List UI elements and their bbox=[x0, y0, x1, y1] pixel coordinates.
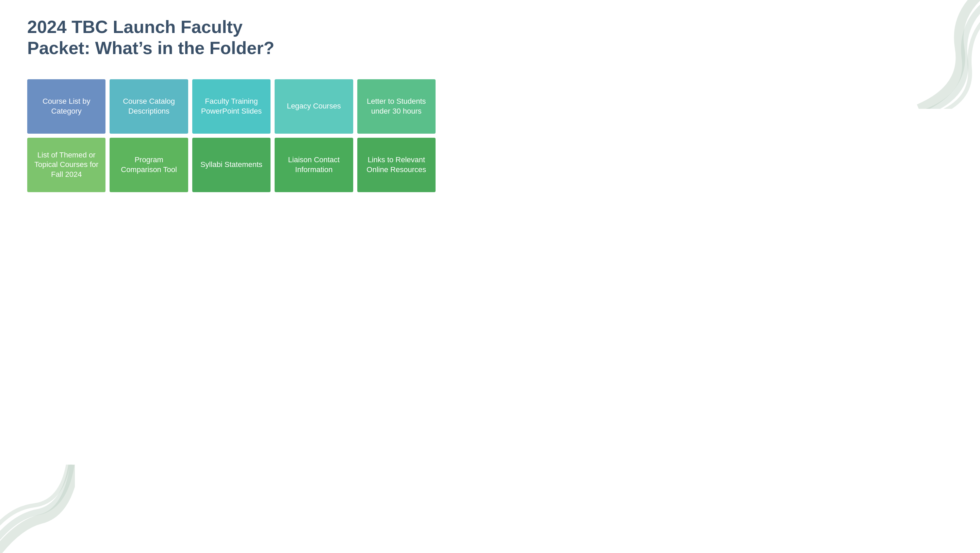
deco-bottom-left-icon bbox=[0, 465, 75, 553]
tile-syllabi-statements[interactable]: Syllabi Statements bbox=[192, 138, 270, 192]
deco-top-right-icon bbox=[891, 0, 980, 109]
tile-course-catalog-descriptions[interactable]: Course Catalog Descriptions bbox=[110, 79, 188, 133]
tiles-grid: Course List by Category Course Catalog D… bbox=[27, 79, 436, 192]
slide: 2024 TBC Launch Faculty Packet: What’s i… bbox=[0, 0, 980, 553]
tile-links-to-relevant-online-resources[interactable]: Links to Relevant Online Resources bbox=[357, 138, 436, 192]
page-title: 2024 TBC Launch Faculty Packet: What’s i… bbox=[27, 16, 306, 59]
tile-program-comparison-tool[interactable]: Program Comparison Tool bbox=[110, 138, 188, 192]
tile-list-themed-topical-courses[interactable]: List of Themed or Topical Courses for Fa… bbox=[27, 138, 105, 192]
tile-letter-to-students[interactable]: Letter to Students under 30 hours bbox=[357, 79, 436, 133]
tile-course-list-by-category[interactable]: Course List by Category bbox=[27, 79, 105, 133]
tile-faculty-training-powerpoint-slides[interactable]: Faculty Training PowerPoint Slides bbox=[192, 79, 270, 133]
tile-legacy-courses[interactable]: Legacy Courses bbox=[275, 79, 353, 133]
tile-liaison-contact-information[interactable]: Liaison Contact Information bbox=[275, 138, 353, 192]
